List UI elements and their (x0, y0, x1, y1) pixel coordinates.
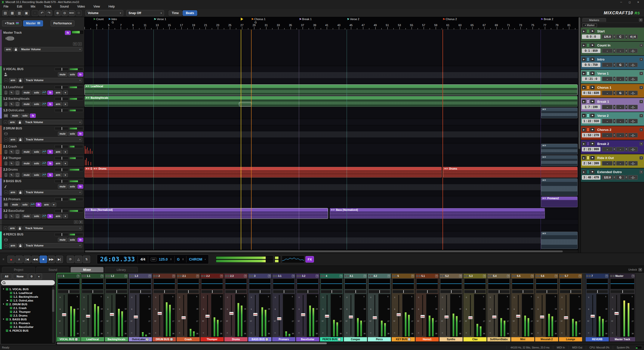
marker-time-field[interactable]: 2 : 23 : 999 (582, 147, 600, 152)
marker-tempo-field[interactable]: - (602, 105, 613, 109)
menu-sound[interactable]: Sound (60, 5, 69, 8)
marker-card[interactable]: ▶⚑Start0: 0 : 0125.0▲▼C▲▼4 | 4 (581, 28, 644, 42)
expand-icon[interactable]: ▶ (6, 299, 9, 302)
leadvocal-lane[interactable]: ✚⟳LeadVocal (85, 84, 578, 96)
new-project-button[interactable]: ▤ (2, 10, 9, 16)
automation-toggle-button[interactable] (42, 150, 47, 154)
volume-fader[interactable] (204, 294, 211, 337)
channel-strip[interactable]: 2.3⇲0612∞9182736Drums (224, 273, 248, 342)
marker-card[interactable]: ▶⚑Intro✕0: 5 : 759-▲▼G▲▼- | - (581, 56, 644, 70)
strip-checkbox[interactable] (538, 275, 540, 277)
delete-marker-icon[interactable]: ✕ (639, 128, 643, 131)
marker-time-field[interactable]: 0: 5 : 759 (582, 63, 600, 67)
pan-slider[interactable] (416, 290, 438, 293)
routing-icon[interactable]: ⇲ (435, 275, 438, 277)
volume-slider[interactable] (69, 97, 83, 101)
strip-name-label[interactable]: Horns1 (416, 337, 439, 341)
eq-display[interactable] (225, 279, 247, 289)
audio-clip[interactable]: ✚⟳LeadVocal (85, 84, 578, 95)
track-visible-checkbox[interactable]: ✕ (10, 322, 12, 324)
marker-card[interactable]: ▶⚑Ride it Out✕2 : 54 : 399-▲▼-▲▼- | - (581, 154, 644, 168)
group-toggle-button[interactable]: − (338, 338, 341, 341)
pan-slider[interactable] (55, 68, 68, 71)
routing-icon[interactable]: ⇲ (125, 275, 127, 277)
transport-grip-icon[interactable]: ≡ (3, 258, 4, 261)
punch-button[interactable]: ∧ (15, 256, 23, 263)
key-readout[interactable]: G (177, 257, 180, 261)
record-button[interactable]: ● (7, 256, 15, 263)
marker-card[interactable]: ▶⚑Verse 2✕1 : 22 : 559-▲▼-▲▼- | - (581, 112, 644, 126)
marker-timesig-field[interactable]: - | - (628, 77, 638, 81)
audio-clip[interactable]: ✚⟳Drums (443, 167, 577, 178)
volume-slider[interactable] (69, 157, 83, 160)
solo-button[interactable]: solo (32, 214, 41, 218)
fx-button[interactable]: fx (47, 161, 53, 166)
tab-project[interactable]: Project (2, 267, 35, 272)
strip-checkbox[interactable] (392, 275, 394, 277)
marker-key-field[interactable]: G (616, 175, 625, 180)
pan-slider[interactable] (560, 290, 581, 293)
marker-key-field[interactable]: - (616, 147, 625, 152)
timeline-marker-flag[interactable]: ⚑Break 2 (541, 18, 553, 21)
strip-checkbox[interactable] (180, 275, 182, 277)
solo-button[interactable]: solo (32, 90, 41, 95)
strip-name-label[interactable]: BASS BUS− (248, 337, 271, 341)
tree-item[interactable]: ▼✕2. DRUM BUS (2, 302, 54, 306)
marker-key-field[interactable]: C (616, 34, 625, 39)
flag-icon[interactable]: ⚑ (590, 99, 595, 104)
minimize-icon[interactable]: ─ (617, 1, 625, 4)
group-arm-row[interactable]: −armTrack Volume▾ (0, 225, 84, 231)
routing-icon[interactable]: ⇲ (172, 275, 175, 277)
expand-icon[interactable]: ▼ (2, 288, 5, 290)
clip-loop-icon[interactable]: ✚⟳ (86, 209, 90, 211)
routing-icon[interactable]: ⇲ (244, 275, 247, 277)
clip-loop-icon[interactable]: ✚⟳ (444, 168, 448, 170)
volume-fader[interactable] (589, 294, 596, 337)
volume-fader[interactable] (395, 294, 402, 337)
mute-button[interactable]: mute (58, 72, 67, 77)
key-spinner[interactable]: ▲▼ (625, 105, 628, 109)
strip-checkbox[interactable] (201, 275, 203, 277)
volume-fader[interactable] (61, 294, 67, 337)
strip-checkbox[interactable] (491, 275, 492, 277)
monitor-button[interactable] (15, 173, 20, 177)
marker-play-icon[interactable]: ▶ (582, 43, 586, 47)
arm-button[interactable]: arm (54, 90, 62, 95)
marker-time-field[interactable]: 0: 0 : 0 (582, 34, 600, 39)
volume-slider[interactable] (69, 109, 83, 112)
backingvocals-lane[interactable]: ✚⟳BackingVocals (85, 96, 578, 107)
tempo-spinner[interactable]: ▲▼ (613, 91, 616, 95)
group-arm-row[interactable]: −armTrack Volume▾ (0, 119, 84, 125)
group-toggle-button[interactable]: − (408, 338, 411, 341)
beats-mode-button[interactable]: Beats (183, 10, 197, 16)
routing-icon[interactable]: ⇲ (220, 275, 223, 277)
marker-card[interactable]: ▶⚑Verse 1✕0 : 21 : 0-▲▼-▲▼- | - (581, 70, 644, 84)
flag-icon[interactable]: ⚑ (590, 29, 595, 33)
marker-time-field[interactable]: 0 : 21 : 0 (582, 77, 600, 81)
strip-checkbox[interactable] (610, 275, 612, 277)
audio-clip[interactable]: ✚⟳Dr... (85, 167, 92, 178)
volume-slider[interactable] (69, 233, 83, 236)
marker-play-icon[interactable]: ▶ (582, 71, 586, 75)
channel-strip[interactable]: 5.4⇲0612∞9182736SoftHornStabs (487, 273, 511, 342)
marker-color-swatch[interactable] (587, 142, 589, 146)
delete-marker-icon[interactable]: ✕ (639, 58, 643, 61)
strip-checkbox[interactable] (108, 275, 110, 277)
marker-color-swatch[interactable] (587, 71, 589, 75)
pan-slider[interactable] (297, 290, 318, 293)
eq-display[interactable] (464, 279, 486, 289)
routing-icon[interactable]: ⇲ (196, 275, 199, 277)
eq-display[interactable] (153, 279, 175, 289)
tempo-spinner[interactable]: ▲▼ (613, 161, 616, 166)
volume-fader[interactable] (324, 294, 330, 337)
solo-button[interactable]: solo (68, 184, 77, 189)
volume-fader[interactable] (180, 294, 187, 337)
track-visible-checkbox[interactable]: ✕ (10, 299, 12, 302)
clip-loop-icon[interactable]: ✚⟳ (94, 168, 97, 170)
strip-checkbox[interactable] (514, 275, 516, 277)
channel-strip[interactable]: 5.1⇲0612∞9182736Horns1 (415, 273, 439, 342)
strip-name-label[interactable]: DRUM BUS− (153, 337, 176, 341)
marker-play-icon[interactable]: ▶ (582, 99, 586, 104)
marker-key-field[interactable]: G (616, 91, 625, 95)
marker-timesig-field[interactable]: - | - (628, 161, 638, 166)
